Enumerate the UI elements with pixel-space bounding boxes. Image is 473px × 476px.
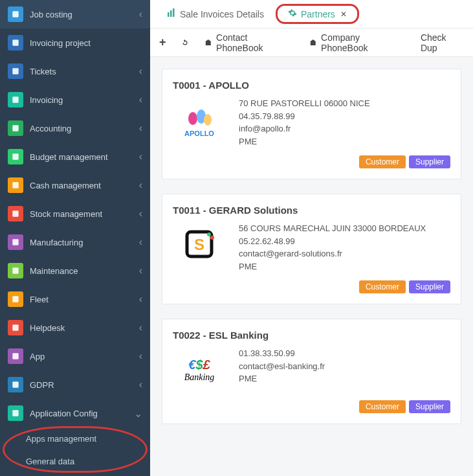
sidebar-item-label: Cash management: [30, 181, 139, 190]
svg-point-18: [188, 112, 197, 125]
box-icon: [8, 206, 23, 221]
svg-rect-6: [12, 182, 18, 188]
contact-phonebook-button[interactable]: Contact PhoneBook: [204, 32, 294, 53]
sidebar-item-job-costing[interactable]: Job costing‹: [0, 0, 150, 28]
svg-rect-13: [12, 381, 18, 387]
svg-rect-3: [12, 96, 18, 102]
partner-details: 56 COURS MARECHAL JUIN 33000 BORDEAUX05.…: [239, 222, 450, 273]
svg-rect-10: [12, 296, 18, 302]
sidebar-item-fleet[interactable]: Fleet‹: [0, 285, 150, 313]
toolbar: + Contact PhoneBook Company PhoneBook Ch…: [150, 28, 473, 57]
sidebar: Job costing‹Invoicing projectTickets‹Inv…: [0, 0, 150, 476]
svg-rect-8: [12, 239, 18, 245]
sidebar-item-label: Invoicing project: [30, 38, 142, 48]
partner-logo: €$£Banking: [173, 347, 226, 392]
tab-label: Sale Invoices Details: [180, 9, 264, 19]
sidebar-item-label: Fleet: [30, 295, 139, 304]
sidebar-item-invoicing[interactable]: Invoicing‹: [0, 85, 150, 114]
sidebar-item-stock-management[interactable]: Stock management‹: [0, 199, 150, 228]
sidebar-sub-apps-management[interactable]: Apps management: [0, 427, 150, 450]
sidebar-item-accounting[interactable]: Accounting‹: [0, 114, 150, 142]
chevron-icon: ‹: [139, 350, 142, 362]
svg-rect-1: [12, 40, 18, 45]
check-dup-button[interactable]: Check Dup: [421, 32, 464, 53]
close-icon[interactable]: ✕: [340, 10, 347, 19]
doc-icon: [8, 35, 23, 51]
svg-text:S: S: [194, 236, 204, 253]
chart-icon: [167, 8, 176, 19]
badge-customer: Customer: [359, 400, 406, 413]
badge-supplier: Supplier: [409, 280, 450, 293]
partner-card[interactable]: T0011 - GERARD SolutionsS56 COURS MARECH…: [162, 194, 461, 304]
sidebar-item-label: Maintenance: [30, 266, 139, 276]
sidebar-item-label: Invoicing: [30, 95, 139, 105]
sidebar-item-maintenance[interactable]: Maintenance‹: [0, 256, 150, 285]
tab-bar: Sale Invoices Details Partners ✕: [150, 0, 473, 28]
partner-card[interactable]: T0001 - APOLLOAPOLLO70 RUE PASTORELLI 06…: [162, 69, 461, 179]
detail-line: 05.22.62.48.99: [239, 235, 450, 248]
svg-rect-11: [12, 324, 18, 330]
detail-line: 04.35.79.88.99: [239, 110, 450, 123]
partner-logo: S: [173, 222, 226, 267]
card-title: T0001 - APOLLO: [173, 80, 450, 91]
detail-line: 56 COURS MARECHAL JUIN 33000 BORDEAUX: [239, 222, 450, 235]
svg-point-20: [204, 114, 212, 126]
svg-rect-9: [12, 267, 18, 273]
recycle-icon: [8, 263, 23, 278]
sidebar-item-label: App: [30, 352, 139, 361]
sidebar-item-label: Manufacturing: [30, 238, 139, 247]
sidebar-item-gdpr[interactable]: GDPR‹: [0, 370, 150, 399]
add-button[interactable]: +: [159, 36, 166, 49]
badge-supplier: Supplier: [409, 155, 450, 168]
sidebar-item-invoicing-project[interactable]: Invoicing project: [0, 28, 150, 57]
company-phonebook-button[interactable]: Company PhoneBook: [309, 32, 406, 53]
chevron-icon: ‹: [139, 94, 142, 106]
svg-rect-4: [12, 125, 18, 131]
sidebar-item-app[interactable]: App‹: [0, 342, 150, 370]
detail-line: 01.38.33.50.99: [239, 347, 450, 360]
sidebar-sub-label: Apps management: [26, 434, 96, 444]
partner-details: 70 RUE PASTORELLI 06000 NICE04.35.79.88.…: [239, 97, 450, 148]
svg-rect-7: [12, 210, 18, 216]
chevron-icon: ‹: [139, 265, 142, 277]
sidebar-item-helpdesk[interactable]: Helpdesk‹: [0, 313, 150, 342]
svg-rect-15: [168, 12, 170, 17]
chevron-icon: ‹: [139, 293, 142, 305]
detail-line: contact@gerard-solutions.fr: [239, 247, 450, 260]
sidebar-item-budget-management[interactable]: Budget management‹: [0, 142, 150, 171]
car-icon: [8, 291, 23, 307]
sidebar-sub-label: General data: [26, 457, 74, 466]
chevron-icon: ‹: [139, 208, 142, 220]
card-title: T0011 - GERARD Solutions: [173, 205, 450, 216]
badge-customer: Customer: [359, 155, 406, 168]
sidebar-item-manufacturing[interactable]: Manufacturing‹: [0, 228, 150, 256]
sidebar-item-application-config[interactable]: Application Config⌄: [0, 399, 150, 427]
sidebar-item-tickets[interactable]: Tickets‹: [0, 57, 150, 85]
refresh-button[interactable]: [181, 38, 190, 47]
chevron-icon: ‹: [139, 151, 142, 163]
partner-card[interactable]: T0022 - ESL Banking€$£Banking01.38.33.50…: [162, 319, 461, 424]
sidebar-item-label: Application Config: [30, 409, 134, 418]
calc-icon: [8, 120, 23, 136]
detail-line: 70 RUE PASTORELLI 06000 NICE: [239, 97, 450, 110]
tab-label: Partners: [301, 9, 335, 19]
life-icon: [8, 320, 23, 335]
sidebar-sub-general-data[interactable]: General data: [0, 450, 150, 473]
gear-icon: [8, 405, 23, 421]
svg-rect-0: [12, 11, 18, 17]
sidebar-item-label: Stock management: [30, 209, 139, 219]
sidebar-sub-referential[interactable]: Referential⌄: [0, 473, 150, 476]
svg-rect-16: [170, 10, 172, 17]
tab-sale-invoices[interactable]: Sale Invoices Details: [159, 5, 272, 23]
sidebar-item-label: Job costing: [30, 10, 139, 19]
svg-rect-17: [173, 8, 175, 17]
chevron-icon: ‹: [139, 236, 142, 248]
detail-line: PME: [239, 372, 450, 385]
gears-icon: [8, 234, 23, 250]
sidebar-item-label: Tickets: [30, 67, 139, 76]
sidebar-item-label: Budget management: [30, 152, 139, 162]
pie-icon: [8, 149, 23, 164]
svg-rect-14: [12, 410, 18, 416]
sidebar-item-cash-management[interactable]: Cash management‹: [0, 171, 150, 199]
tab-partners[interactable]: Partners ✕: [276, 4, 359, 24]
